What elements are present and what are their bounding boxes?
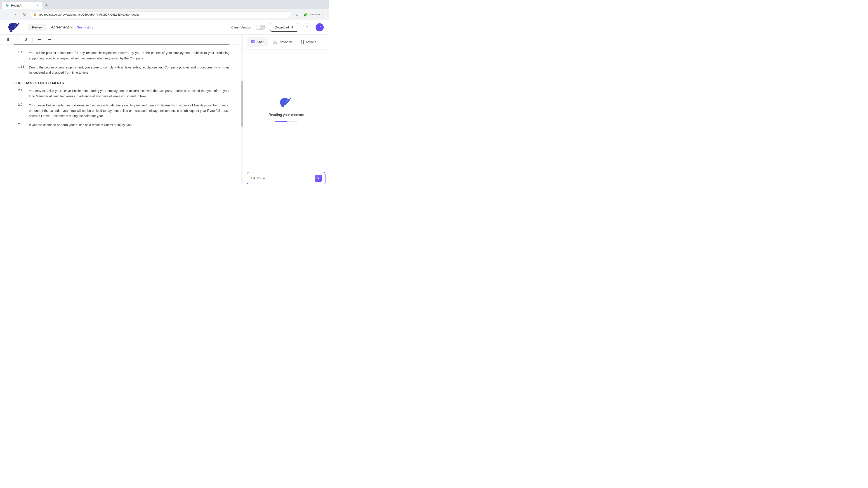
tab-bar: 🐦 Robin AI ✕ + [0,0,329,9]
clause-2-2-text: Your Leave Entitlements must be exercise… [29,103,229,119]
clause-1-11-num: 1.11 [18,65,25,76]
ask-robin-input-wrap[interactable]: ➤ [247,172,326,184]
playbook-tab[interactable]: 📖 Playbook [269,38,296,46]
tab-favicon: 🐦 [5,4,9,7]
robin-logo [5,21,24,34]
main-layout: B i U ⇤ ⇥ 1.10 You will be paid or reimb… [0,35,329,184]
see-history-button[interactable]: See History [77,26,93,29]
copy-icon[interactable]: ⎘ [70,26,72,29]
ask-robin-container: ➤ [243,168,329,184]
right-panel: Chat 📖 Playbook [ ] Actions Reading your… [243,35,329,184]
bold-button[interactable]: B [5,37,11,42]
indent-button[interactable]: ⇥ [46,36,53,42]
logo [5,21,24,34]
actions-icon: [ ] [301,40,304,44]
svg-point-4 [288,98,289,100]
clean-version-label: Clean Version [231,26,251,29]
section-2-heading: 2 HOLIDAYS & ENTITLEMENTS [13,81,229,85]
panel-reading-content: Reading your contract [243,50,329,168]
svg-point-3 [253,41,254,41]
scrollbar-thumb[interactable] [241,80,243,127]
back-button[interactable]: ‹ [3,11,10,18]
bookmark-button[interactable]: ☆ [293,11,301,18]
playbook-icon: 📖 [273,40,277,44]
actions-tab[interactable]: [ ] Actions [297,38,320,46]
document-toolbar: B i U ⇤ ⇥ [0,35,243,44]
svg-point-1 [252,41,252,41]
browser-chrome: 🐦 Robin AI ✕ + ‹ › ↻ 🔒 app.robinai.co.uk… [0,0,329,20]
clause-2-3-num: 2.3 [18,123,25,128]
review-button[interactable]: Review [28,24,46,31]
download-icon: ⬇ [291,25,293,29]
svg-point-2 [253,41,253,41]
app-header: Review Agreement ⎘ See History Clean Ver… [0,20,329,35]
nav-actions: ☆ 🧩 Incognito ⋮ [293,11,327,18]
forward-button[interactable]: › [12,11,19,18]
ask-robin-send-button[interactable]: ➤ [315,175,322,182]
agreement-title: Agreement ⎘ [51,25,72,29]
reading-bird-icon [277,96,295,109]
progress-bar-fill [275,121,287,122]
clause-2-2-num: 2.2 [18,103,25,119]
nav-bar: ‹ › ↻ 🔒 app.robinai.co.uk/review/contrac… [0,9,329,20]
clause-1-11: 1.11 During the course of your employmen… [13,65,229,76]
chat-tab[interactable]: Chat [247,37,268,47]
user-avatar[interactable]: LD [315,23,324,31]
panel-tabs: Chat 📖 Playbook [ ] Actions [243,35,329,50]
reload-button[interactable]: ↻ [21,11,28,18]
incognito-label: Incognito [309,13,320,16]
send-icon: ➤ [317,176,320,180]
clause-1-10-num: 1.10 [18,51,25,61]
new-tab-button[interactable]: + [43,2,50,8]
agreement-label: Agreement [51,25,69,29]
clause-1-10-text: You will be paid or reimbursed for any r… [29,51,229,61]
outdent-button[interactable]: ⇤ [36,36,43,42]
tab-close-button[interactable]: ✕ [37,4,39,7]
clean-version-toggle[interactable] [256,25,266,30]
chat-icon [251,39,255,44]
document-content[interactable]: 1.10 You will be paid or reimbursed for … [0,45,243,184]
scrollbar-track[interactable] [241,35,243,184]
clause-2-3-partial: 2.3 If you are unable to perform your du… [13,123,229,128]
download-label: Download [275,26,289,29]
address-bar[interactable]: 🔒 app.robinai.co.uk/review/contract/Q29u… [30,11,291,18]
toolbar-divider [32,37,33,42]
incognito-button: Incognito [311,11,318,18]
playbook-tab-label: Playbook [279,40,292,44]
download-button[interactable]: Download ⬇ [270,23,298,32]
italic-button[interactable]: i [15,37,19,42]
progress-bar [275,121,298,122]
clause-2-3-text: If you are unable to perform your duties… [29,123,131,128]
clause-1-10: 1.10 You will be paid or reimbursed for … [13,51,229,61]
url-text: app.robinai.co.uk/review/contract/Q29udH… [38,13,288,16]
reading-text: Reading your contract [269,113,304,117]
lock-icon: 🔒 [33,13,37,16]
help-button[interactable]: ? [303,23,311,31]
clause-2-1-num: 2.1 [18,88,25,99]
document-area: B i U ⇤ ⇥ 1.10 You will be paid or reimb… [0,35,243,184]
underline-button[interactable]: U [23,37,29,42]
chat-tab-label: Chat [257,40,264,44]
menu-button[interactable]: ⋮ [319,11,327,18]
extensions-button[interactable]: 🧩 [302,11,309,18]
active-tab: 🐦 Robin AI ✕ [2,2,42,9]
tab-title: Robin AI [11,4,22,7]
clause-2-2: 2.2 Your Leave Entitlements must be exer… [13,103,229,119]
clause-2-1-text: You may exercise your Leave Entitlements… [29,88,229,99]
actions-tab-label: Actions [306,40,316,44]
clause-1-11-text: During the course of your employment, yo… [29,65,229,76]
clause-2-1: 2.1 You may exercise your Leave Entitlem… [13,88,229,99]
svg-point-0 [17,23,18,24]
ask-robin-input[interactable] [250,176,313,180]
